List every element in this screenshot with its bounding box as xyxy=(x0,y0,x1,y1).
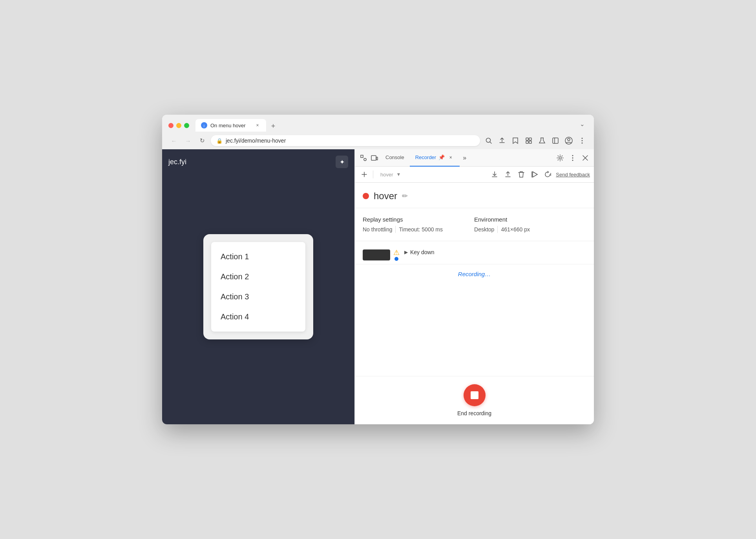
end-recording-button[interactable] xyxy=(464,384,486,406)
tabs-area: j On menu hover × + xyxy=(195,119,573,132)
env-separator xyxy=(497,226,498,233)
svg-text:j: j xyxy=(203,124,205,127)
environment-label: Environment xyxy=(474,216,530,223)
forward-button[interactable]: → xyxy=(183,135,194,146)
content-area: jec.fyi ✦ Action 1 Action 2 Action 3 Act… xyxy=(162,149,594,424)
toolbar-right: Send feedback xyxy=(489,169,590,180)
end-recording-label: End recording xyxy=(457,410,491,416)
recording-name-placeholder: hover xyxy=(380,172,393,178)
url-bar[interactable]: 🔒 jec.fyi/demo/menu-hover xyxy=(211,135,480,146)
content-card: Action 1 Action 2 Action 3 Action 4 xyxy=(203,234,313,339)
tab-title: On menu hover xyxy=(210,123,246,128)
svg-rect-10 xyxy=(553,138,558,143)
import-recording-button[interactable] xyxy=(502,169,513,180)
minimize-button[interactable] xyxy=(176,123,181,128)
tabs-dropdown-button[interactable]: ⌄ xyxy=(577,119,588,130)
traffic-lights xyxy=(168,123,189,128)
step-row: ⚠ ▶ Key down xyxy=(355,246,594,264)
search-icon[interactable] xyxy=(483,135,494,146)
step-replay-button[interactable] xyxy=(542,169,553,180)
dimensions-value: 461×660 px xyxy=(501,226,530,233)
toolbar-separator xyxy=(373,170,373,178)
svg-marker-4 xyxy=(513,138,518,143)
add-recording-button[interactable] xyxy=(359,169,370,180)
address-bar-right xyxy=(483,135,588,146)
replay-settings-column: Replay settings No throttling Timeout: 5… xyxy=(363,216,443,233)
menu-item-action3[interactable]: Action 3 xyxy=(211,287,305,307)
tab-recorder-label: Recorder xyxy=(415,154,436,160)
svg-rect-7 xyxy=(526,141,528,143)
replay-settings-value: No throttling Timeout: 5000 ms xyxy=(363,226,443,233)
menu-item-action2[interactable]: Action 2 xyxy=(211,267,305,287)
close-button[interactable] xyxy=(168,123,173,128)
dropdown-menu: Action 1 Action 2 Action 3 Action 4 xyxy=(211,242,305,332)
edit-recording-name-icon[interactable]: ✏ xyxy=(402,192,408,200)
svg-point-15 xyxy=(582,140,583,141)
devtools-close-icon[interactable] xyxy=(580,152,591,163)
share-icon[interactable] xyxy=(497,135,508,146)
end-recording-area: End recording xyxy=(355,376,594,424)
svg-rect-8 xyxy=(529,141,531,143)
recording-title: hover ✏ xyxy=(355,183,594,208)
svg-point-24 xyxy=(572,160,573,161)
browser-window: j On menu hover × + ⌄ ← → ↻ 🔒 jec.fyi/de… xyxy=(162,115,594,424)
extensions-icon[interactable] xyxy=(523,135,534,146)
active-tab[interactable]: j On menu hover × xyxy=(195,119,266,132)
tab-close-button[interactable]: × xyxy=(254,122,261,128)
export-recording-button[interactable] xyxy=(489,169,500,180)
recording-active-dot xyxy=(363,193,369,199)
replay-settings-label: Replay settings xyxy=(363,216,443,223)
menu-item-action4[interactable]: Action 4 xyxy=(211,307,305,327)
environment-column: Environment Desktop 461×660 px xyxy=(474,216,530,233)
device-emulation-icon[interactable] xyxy=(369,152,380,163)
maximize-button[interactable] xyxy=(184,123,189,128)
dropdown-arrow-icon: ▼ xyxy=(396,172,401,177)
svg-point-21 xyxy=(559,157,561,159)
flask-icon[interactable] xyxy=(537,135,548,146)
step-timeline-bar xyxy=(363,249,390,260)
recording-selector[interactable]: hover ▼ xyxy=(376,170,488,179)
devtools-settings-icon[interactable] xyxy=(555,152,566,163)
more-tabs-button[interactable]: » xyxy=(460,154,469,161)
svg-point-23 xyxy=(572,157,573,158)
devtools-more-icon[interactable] xyxy=(567,152,578,163)
recording-status-text: Recording… xyxy=(458,271,491,277)
svg-marker-29 xyxy=(533,172,537,177)
step-name[interactable]: ▶ Key down xyxy=(404,249,586,255)
devtools-header: Console Recorder 📌 × » xyxy=(355,149,594,167)
refresh-button[interactable]: ↻ xyxy=(197,135,208,146)
close-recorder-tab-button[interactable]: × xyxy=(447,154,454,161)
steps-area: ⚠ ▶ Key down Recording… xyxy=(355,241,594,376)
menu-item-action1[interactable]: Action 1 xyxy=(211,247,305,267)
title-bar: j On menu hover × + ⌄ xyxy=(162,115,594,132)
profile-icon[interactable] xyxy=(563,135,574,146)
back-button[interactable]: ← xyxy=(168,135,179,146)
theme-toggle-button[interactable]: ✦ xyxy=(336,156,348,168)
svg-point-14 xyxy=(582,138,583,139)
site-content: Action 1 Action 2 Action 3 Action 4 xyxy=(203,234,313,339)
site-header: jec.fyi ✦ xyxy=(168,156,348,168)
step-label: Key down xyxy=(410,249,434,255)
sidebar-toggle-icon[interactable] xyxy=(550,135,561,146)
element-picker-icon[interactable] xyxy=(358,152,369,163)
tab-console[interactable]: Console xyxy=(380,149,410,167)
browser-menu-icon[interactable] xyxy=(577,135,588,146)
new-tab-button[interactable]: + xyxy=(268,121,279,132)
devtools-panel: Console Recorder 📌 × » xyxy=(354,149,594,424)
url-text: jec.fyi/demo/menu-hover xyxy=(226,138,286,144)
recording-status: Recording… xyxy=(355,264,594,284)
step-expand-icon[interactable]: ▶ xyxy=(404,249,408,255)
recording-name-label: hover xyxy=(374,191,397,202)
replay-button[interactable] xyxy=(529,169,540,180)
tab-favicon: j xyxy=(201,122,207,128)
address-bar: ← → ↻ 🔒 jec.fyi/demo/menu-hover xyxy=(162,132,594,149)
svg-rect-5 xyxy=(526,138,528,140)
svg-rect-19 xyxy=(371,156,376,160)
send-feedback-link[interactable]: Send feedback xyxy=(556,172,590,178)
device-value: Desktop xyxy=(474,226,494,233)
environment-value: Desktop 461×660 px xyxy=(474,226,530,233)
tab-console-label: Console xyxy=(385,154,404,160)
delete-recording-button[interactable] xyxy=(516,169,527,180)
bookmark-icon[interactable] xyxy=(510,135,521,146)
tab-recorder[interactable]: Recorder 📌 × xyxy=(410,149,460,167)
